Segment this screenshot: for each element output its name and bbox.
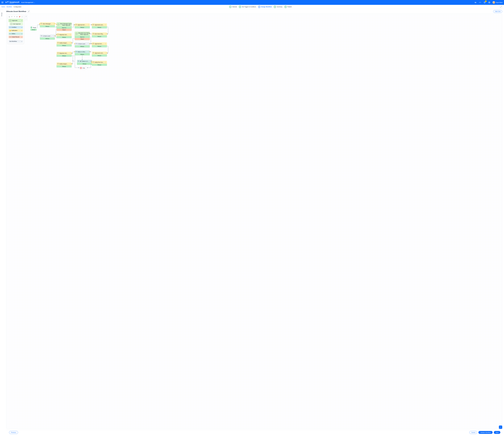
breadcrumb: Home › Workflow › Configuration <box>1 6 21 8</box>
plus-icon[interactable]: + <box>21 16 23 18</box>
breadcrumb-home[interactable]: Home <box>1 6 5 8</box>
node-store-manager-appro[interactable]: Store Manager Appro..⋮ Always <box>40 22 55 27</box>
menu-icon[interactable] <box>1 2 3 3</box>
expand-icon[interactable] <box>500 5 503 8</box>
app-switcher[interactable]: Asset Management ⌄ <box>21 2 35 3</box>
node-begin[interactable]: Begin <box>30 26 38 29</box>
kebab-icon[interactable]: ⋮ <box>105 52 106 53</box>
bell-icon <box>57 42 59 44</box>
palette-create-record[interactable]: ⊕Create Record▸ <box>9 36 23 38</box>
refresh-icon[interactable]: ⟳ <box>16 16 18 18</box>
kebab-icon[interactable]: ⋮ <box>70 43 71 43</box>
node-approved-level1-noti[interactable]: Approved Level1 Noti..⋮ Always <box>92 23 107 28</box>
svg-point-0 <box>484 2 486 3</box>
approvals-icon[interactable]: 7 <box>483 1 486 4</box>
palette-condition[interactable]: ⓘCondition▸ <box>9 26 23 29</box>
pin-icon[interactable]: 📌 <box>19 16 20 18</box>
brand-subname: SUMMIT <box>9 3 19 4</box>
chevron-right-icon: ▸ <box>22 41 22 42</box>
node-in-store-level1-rej[interactable]: In Store Level 1 Rej..⋮ Always <box>40 35 55 40</box>
wizard-step-publish[interactable]: 5Publish <box>284 6 292 8</box>
node-notify-analyst-2[interactable]: Notify Analyst On Rej..⋮ Always <box>56 62 72 68</box>
node-approval-ack-notif[interactable]: Approval Ack Notificat..⋮ Always <box>75 23 90 28</box>
node-store-manager-static-approval[interactable]: Store Manager Appro..Static Approval⋮ Ap… <box>56 22 72 31</box>
branch-always: Always <box>92 26 107 28</box>
groups-tab[interactable]: Groups <box>0 10 3 19</box>
node-wf-status-approved[interactable]: WF Status Is Approved⋮ Always <box>77 60 92 65</box>
palette-sub-workflow[interactable]: Sub Workflow▸ <box>9 40 23 43</box>
palette: ↶ ↷ ⟳ 📌 + Approvals▾ User Approval ⓘCond… <box>8 15 24 44</box>
font-size-button[interactable]: AA <box>474 1 477 4</box>
wizard-step-trigger[interactable]: 2Set Trigger & Conditions <box>239 6 256 8</box>
user-name: Ryan Black <box>496 2 503 3</box>
cancel-button[interactable]: Cancel <box>469 431 477 434</box>
kebab-icon[interactable]: ⋮ <box>53 23 54 24</box>
folder-icon: 🗀 <box>9 33 11 35</box>
node-notify-analyst-1[interactable]: Notify Analyst On Rej..⋮ Always <box>56 42 72 46</box>
node-notify-end-user[interactable]: Notify End User Succ..⋮ Always <box>92 61 107 66</box>
bell-icon <box>93 61 94 63</box>
node-rejection-ack-1[interactable]: Rejection Ack Notifica..⋮ Always <box>56 33 72 38</box>
palette-notification[interactable]: 🔔Notification▸ <box>9 29 23 32</box>
edit-title-button[interactable] <box>27 10 30 13</box>
palette-user-approval[interactable]: User Approval <box>9 23 23 25</box>
hide-grid-button[interactable]: Hide Grid <box>493 10 502 13</box>
kebab-icon[interactable]: ⋮ <box>105 24 106 25</box>
node-approved-level2-noti[interactable]: Approved Level2 Noti..⋮ Always <box>92 52 107 57</box>
kebab-icon[interactable]: ⋮ <box>90 61 91 62</box>
previous-button[interactable]: Previous <box>9 431 18 434</box>
node-allocated-user-approval[interactable]: Allocated User Mana..Static Approval⋮ Ap… <box>75 32 90 40</box>
scroll-top-button[interactable] <box>499 426 502 429</box>
export-icon <box>76 43 77 45</box>
kebab-icon[interactable]: ⋮ <box>105 62 106 63</box>
locate-icon[interactable]: ⌖ <box>25 15 27 17</box>
redo-icon[interactable]: ↷ <box>14 16 15 18</box>
undo-icon[interactable]: ↶ <box>11 16 13 18</box>
kebab-icon[interactable]: ⋮ <box>105 34 106 34</box>
play-circle-icon <box>31 26 32 28</box>
node-end[interactable]: End <box>79 66 87 70</box>
kebab-icon[interactable]: ⋮ <box>88 51 89 52</box>
node-rejection-ack-2[interactable]: Rejection Ack Notifica..⋮ Always <box>56 52 72 57</box>
kebab-icon[interactable]: ⋮ <box>88 44 89 44</box>
validate-workflow-button[interactable]: Validate Workflow <box>478 431 493 434</box>
chevron-right-icon: ▸ <box>22 27 22 28</box>
node-approval-ack-notif-2[interactable]: Approval Ack Notificat..⋮ Always <box>92 42 107 47</box>
user-menu[interactable]: Ryan Black <box>493 1 503 4</box>
kebab-icon[interactable]: ⋮ <box>73 24 74 25</box>
palette-approvals[interactable]: Approvals▾ <box>9 19 23 22</box>
branch-always: Always <box>56 44 72 46</box>
kebab-icon[interactable]: ⋮ <box>70 53 71 53</box>
branch-approve: Approve <box>75 36 90 38</box>
workflow-canvas[interactable]: ↶ ↷ ⟳ 📌 + Approvals▾ User Approval ⓘCond… <box>6 14 502 428</box>
wave-icon: ⩓⩔ <box>5 1 9 3</box>
node-status-is-allocated[interactable]: Status Is Allocated⋮ Always <box>75 50 90 55</box>
kebab-icon[interactable]: ⋮ <box>91 33 92 34</box>
palette-utilities[interactable]: 🗀Utilities▸ <box>9 32 23 35</box>
branch-always: Always <box>75 45 90 47</box>
kebab-icon[interactable]: ⋮ <box>70 34 71 35</box>
code-icon[interactable] <box>479 1 481 4</box>
wizard-step-design[interactable]: 3Design Workflow <box>258 6 272 8</box>
stop-circle-icon <box>80 67 82 69</box>
kebab-icon[interactable]: ⋮ <box>53 35 54 36</box>
branch-always: Always <box>92 64 107 66</box>
kebab-icon[interactable]: ⋮ <box>105 43 106 44</box>
next-button[interactable]: Next <box>494 431 500 434</box>
branch-always: Always <box>56 55 72 57</box>
kebab-icon[interactable]: ⋮ <box>88 24 89 25</box>
node-end-users-reporting[interactable]: End Users Reporting ..⋮ Always <box>92 32 107 37</box>
question-circle-icon: ⓘ <box>9 26 11 28</box>
brand-logo[interactable]: ⩓⩔ SymphonyAI SUMMIT <box>5 1 19 4</box>
node-in-store-level2-rej[interactable]: In Store Level 2 Reje..⋮ Always <box>75 42 90 48</box>
bell-icon: 🔔 <box>9 30 11 31</box>
kebab-icon[interactable]: ⋮ <box>70 63 71 64</box>
zoom-out-icon[interactable]: − <box>25 18 27 21</box>
branch-always: always <box>30 29 37 31</box>
trash-icon[interactable] <box>9 16 10 18</box>
wizard-step-summary[interactable]: 4Summary <box>274 6 282 8</box>
breadcrumb-workflow[interactable]: Workflow <box>7 6 12 8</box>
chevron-right-icon: ▸ <box>22 30 22 31</box>
gear-icon[interactable] <box>488 1 491 4</box>
wizard-step-general[interactable]: 1General <box>229 6 237 8</box>
